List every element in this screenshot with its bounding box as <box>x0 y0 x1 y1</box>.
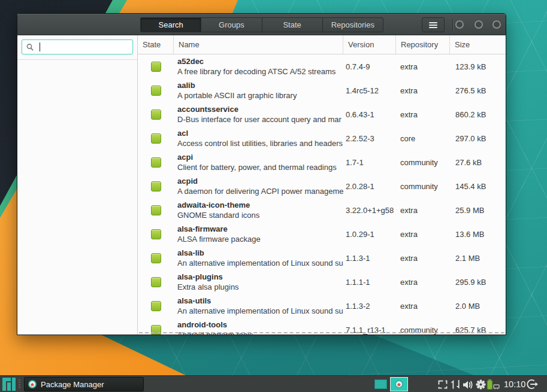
desktop: Search Groups State Repositories <box>0 0 547 392</box>
name-cell: adwaita-icon-theme GNOME standard icons <box>174 198 343 222</box>
table-row[interactable]: alsa-plugins Extra alsa plugins 1.1.1-1 … <box>138 270 506 294</box>
tab-repositories[interactable]: Repositories <box>322 17 383 32</box>
package-version: 1.1.3-2 <box>343 294 396 318</box>
state-cell <box>138 102 174 126</box>
package-name: adwaita-icon-theme <box>177 200 343 210</box>
battery-icon[interactable] <box>487 379 500 390</box>
sidebar-list[interactable] <box>17 59 137 335</box>
taskbar-item-package-manager[interactable]: Package Manager <box>24 377 144 391</box>
package-repository: extra <box>396 270 450 294</box>
package-name: accountsservice <box>177 105 343 114</box>
tab-groups[interactable]: Groups <box>201 17 261 32</box>
volume-icon[interactable] <box>463 379 475 390</box>
package-description: An alternative implementation of Linux s… <box>177 258 343 268</box>
window-control-button-2[interactable] <box>475 20 483 29</box>
pamac-tray-icon[interactable] <box>390 377 408 391</box>
package-description: D-Bus interface for user account query a… <box>177 114 343 124</box>
state-cell <box>138 198 174 222</box>
package-size: 276.5 kB <box>450 78 506 102</box>
settings-gear-icon[interactable] <box>476 379 486 390</box>
package-name: acpid <box>177 177 343 186</box>
package-name: a52dec <box>177 57 343 66</box>
state-cell <box>138 54 174 78</box>
clock[interactable]: 10:10 <box>504 376 525 392</box>
package-size: 2.1 MB <box>450 246 506 270</box>
package-repository: extra <box>396 54 450 78</box>
package-version: 3.22.0+1+g58 <box>343 198 396 222</box>
package-manager-window: Search Groups State Repositories <box>17 13 506 335</box>
package-repository: extra <box>396 246 450 270</box>
table-row[interactable]: adwaita-icon-theme GNOME standard icons … <box>138 198 506 222</box>
installed-state-icon[interactable] <box>151 62 161 72</box>
package-name: android-tools <box>177 320 343 330</box>
pamac-icon <box>28 380 37 388</box>
display-frame-icon[interactable] <box>438 379 448 390</box>
column-header-size[interactable]: Size <box>450 35 506 54</box>
column-header-state[interactable]: State <box>138 35 174 54</box>
installed-state-icon[interactable] <box>151 301 161 311</box>
workspace-pager[interactable] <box>374 379 387 389</box>
package-description: Extra alsa plugins <box>177 282 343 292</box>
network-arrows-icon[interactable] <box>450 379 461 390</box>
taskbar-grip[interactable] <box>19 379 20 389</box>
package-version: 2.0.28-1 <box>343 174 396 198</box>
installed-state-icon[interactable] <box>151 110 161 120</box>
column-header-name[interactable]: Name <box>174 35 343 54</box>
package-description: An alternative implementation of Linux s… <box>177 306 343 316</box>
table-row[interactable]: alsa-firmware ALSA firmware package 1.0.… <box>138 222 506 246</box>
table-row[interactable]: alsa-lib An alternative implementation o… <box>138 246 506 270</box>
manjaro-menu-icon[interactable] <box>2 378 16 391</box>
text-caret <box>40 42 40 51</box>
installed-state-icon[interactable] <box>151 133 161 144</box>
installed-state-icon[interactable] <box>151 277 161 287</box>
taskbar: Package Manager <box>0 375 547 392</box>
package-description: Client for battery, power, and thermal r… <box>177 162 343 172</box>
table-row[interactable]: acl Access control list utilities, libra… <box>138 126 506 150</box>
installed-state-icon[interactable] <box>151 181 161 192</box>
package-size: 860.2 kB <box>450 102 506 126</box>
installed-state-icon[interactable] <box>151 86 161 96</box>
installed-state-icon[interactable] <box>151 157 161 168</box>
column-header-repository[interactable]: Repository <box>396 35 450 54</box>
table-row[interactable]: acpi Client for battery, power, and ther… <box>138 150 506 174</box>
logout-icon[interactable] <box>526 379 538 392</box>
hamburger-menu-icon[interactable] <box>422 17 445 32</box>
package-name: acpi <box>177 153 343 162</box>
table-row[interactable]: acpid A daemon for delivering ACPI power… <box>138 174 506 198</box>
package-size: 297.0 kB <box>450 126 506 150</box>
search-input[interactable] <box>22 39 133 54</box>
table-header: State Name Version Repository Size <box>138 35 506 54</box>
name-cell: acpid A daemon for delivering ACPI power… <box>174 174 343 198</box>
package-name: acl <box>177 129 343 138</box>
table-row[interactable]: a52dec A free library for decoding ATSC … <box>138 54 506 78</box>
tab-state[interactable]: State <box>262 17 322 32</box>
package-name: alsa-utils <box>177 296 343 306</box>
package-repository: extra <box>396 78 450 102</box>
state-cell <box>138 150 174 174</box>
installed-state-icon[interactable] <box>151 253 161 263</box>
table-row[interactable]: aalib A portable ASCII art graphic libra… <box>138 78 506 102</box>
tab-search[interactable]: Search <box>140 17 201 32</box>
state-cell <box>138 126 174 150</box>
headerbar-separator <box>452 19 453 31</box>
package-repository: extra <box>396 222 450 246</box>
package-table: State Name Version Repository Size a52de… <box>138 35 506 335</box>
name-cell: alsa-lib An alternative implementation o… <box>174 246 343 270</box>
package-version: 0.6.43-1 <box>343 102 396 126</box>
window-control-button-1[interactable] <box>455 20 464 29</box>
taskbar-item-label: Package Manager <box>41 380 104 389</box>
package-description: Access control list utilities, libraries… <box>177 138 343 148</box>
window-control-button-3[interactable] <box>492 20 501 29</box>
installed-state-icon[interactable] <box>151 205 161 215</box>
pamac-icon <box>395 380 403 388</box>
table-row[interactable]: accountsservice D-Bus interface for user… <box>138 102 506 126</box>
column-header-version[interactable]: Version <box>343 35 396 54</box>
package-version: 1.1.3-1 <box>343 246 396 270</box>
package-size: 13.6 MB <box>450 222 506 246</box>
table-row[interactable]: alsa-utils An alternative implementation… <box>138 294 506 318</box>
name-cell: accountsservice D-Bus interface for user… <box>174 102 343 126</box>
state-cell <box>138 294 174 318</box>
package-name: alsa-firmware <box>177 224 343 234</box>
installed-state-icon[interactable] <box>151 229 161 239</box>
package-name: alsa-lib <box>177 248 343 258</box>
